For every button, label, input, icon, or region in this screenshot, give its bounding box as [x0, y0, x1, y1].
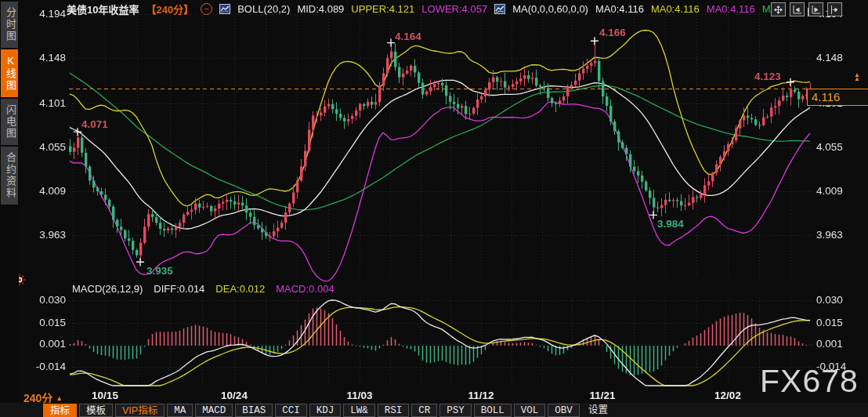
price-tick-left: 4.194: [24, 8, 66, 20]
date-tick: 10/24: [221, 390, 248, 401]
period-up-arrow-icon: ▲: [56, 394, 63, 402]
price-alert-icon[interactable]: ▲▲: [852, 73, 862, 81]
fx678-watermark: FX678: [760, 365, 859, 397]
ma-chart-icon: [494, 4, 505, 14]
chart-toolbar: [771, 2, 842, 16]
macd-tick-left: 0.001: [24, 338, 66, 350]
price-tick-left: 4.055: [24, 141, 66, 153]
move-cross-icon[interactable]: [771, 2, 786, 16]
trading-app-window: 分时图 K线图 闪电图 合约资料 美债10年收益率 【240分】 − BOLL(…: [0, 0, 868, 417]
date-tick: 11/12: [468, 390, 494, 401]
ma-value-2: MA0:4.116: [651, 3, 700, 15]
price-tick-left: 4.101: [24, 97, 66, 109]
macd-tick-right: 0.030: [816, 294, 865, 306]
macd-macd-value: MACD:0.004: [276, 283, 334, 295]
boll-label: BOLL(20,2): [237, 3, 290, 15]
macd-tick-left: -0.014: [24, 361, 66, 372]
boll-upper-value: UPPER:4.121: [351, 3, 414, 15]
price-annotation: 4.071: [81, 118, 108, 130]
bottom-tab[interactable]: VOL: [514, 404, 546, 417]
macd-header: MACD(26,12,9) DIFF:0.014 DEA:0.012 MACD:…: [72, 283, 335, 295]
current-price-badge: 4.116: [807, 89, 868, 106]
bottom-tab[interactable]: CCI: [275, 404, 307, 417]
sidebar-item-timeline-chart[interactable]: 分时图: [1, 2, 18, 48]
macd-label: MACD(26,12,9): [72, 283, 143, 295]
indicator-tab-bar: 指标模板VIP指标MAMACDBIASCCIKDJLW&RSICRPSYBOLL…: [0, 403, 868, 417]
symbol-title: 美债10年收益率: [67, 2, 139, 16]
macd-diff-value: DIFF:0.014: [154, 283, 204, 295]
candlestick-chart-canvas[interactable]: [0, 0, 868, 417]
price-annotation: 4.123: [754, 71, 781, 82]
boll-mid-value: MID:4.089: [297, 3, 344, 15]
date-tick: 12/02: [714, 390, 741, 401]
boll-lower-value: LOWER:4.057: [421, 3, 487, 15]
boll-chart-icon: [219, 4, 230, 14]
period-tag: 【240分】: [146, 2, 193, 16]
date-tick: 10/15: [92, 390, 118, 401]
bottom-tab[interactable]: MACD: [195, 404, 233, 417]
macd-dea-value: DEA:0.012: [215, 283, 265, 295]
indicator-topbar: 美债10年收益率 【240分】 − BOLL(20,2) MID:4.089 U…: [67, 2, 777, 15]
bottom-tab[interactable]: MA: [167, 404, 193, 417]
bottom-tab[interactable]: KDJ: [309, 404, 342, 417]
bottom-tab[interactable]: 设置: [582, 404, 614, 417]
date-tick: 11/21: [589, 390, 615, 401]
price-tick-right: 4.009: [816, 185, 865, 197]
ma-label: MA(0,0,0,60,0,0): [512, 3, 588, 15]
sidebar-item-contract-info[interactable]: 合约资料: [1, 147, 18, 205]
ma-value-1: MA0:4.116: [595, 3, 644, 15]
price-tick-left: 4.148: [24, 52, 66, 63]
bottom-tab[interactable]: OBV: [548, 404, 580, 417]
collapse-indicator-icon[interactable]: −: [201, 3, 212, 15]
date-tick: 11/03: [346, 390, 372, 401]
scroll-right-icon[interactable]: [808, 2, 823, 16]
goto-latest-icon[interactable]: [827, 2, 842, 16]
bottom-tab[interactable]: CR: [411, 404, 437, 417]
scroll-left-icon[interactable]: [790, 2, 805, 16]
price-tick-right: 3.963: [816, 229, 865, 241]
bottom-tab[interactable]: 指标: [43, 404, 77, 417]
macd-tick-right: 0.015: [816, 317, 865, 328]
macd-tick-right: 0.001: [816, 338, 865, 350]
price-tick-right: 4.148: [816, 52, 865, 63]
price-tick-left: 3.963: [24, 229, 66, 241]
price-tick-right: 4.055: [816, 141, 865, 153]
price-tick-left: 4.009: [24, 185, 66, 197]
sidebar-item-kline-chart[interactable]: K线图: [1, 49, 18, 97]
bottom-tab[interactable]: 模板: [79, 404, 113, 417]
bottom-tab[interactable]: BOLL: [474, 404, 512, 417]
bottom-tab[interactable]: LW&: [343, 404, 375, 417]
bottom-tab[interactable]: BIAS: [235, 404, 273, 417]
bottom-tab[interactable]: VIP指标: [115, 404, 165, 417]
price-annotation: 3.935: [146, 265, 173, 277]
sidebar-item-lightning-chart[interactable]: 闪电图: [1, 99, 18, 145]
sidebar: 分时图 K线图 闪电图 合约资料: [0, 0, 19, 403]
bottom-tab[interactable]: PSY: [439, 404, 472, 417]
macd-tick-left: 0.015: [24, 317, 66, 328]
bottom-tab[interactable]: RSI: [378, 404, 410, 417]
ma-value-3: MA0:4.116: [707, 3, 755, 15]
price-annotation: 4.166: [599, 27, 626, 38]
price-annotation: 4.164: [395, 31, 421, 42]
price-annotation: 3.984: [657, 218, 684, 230]
macd-tick-left: 0.030: [24, 294, 66, 306]
